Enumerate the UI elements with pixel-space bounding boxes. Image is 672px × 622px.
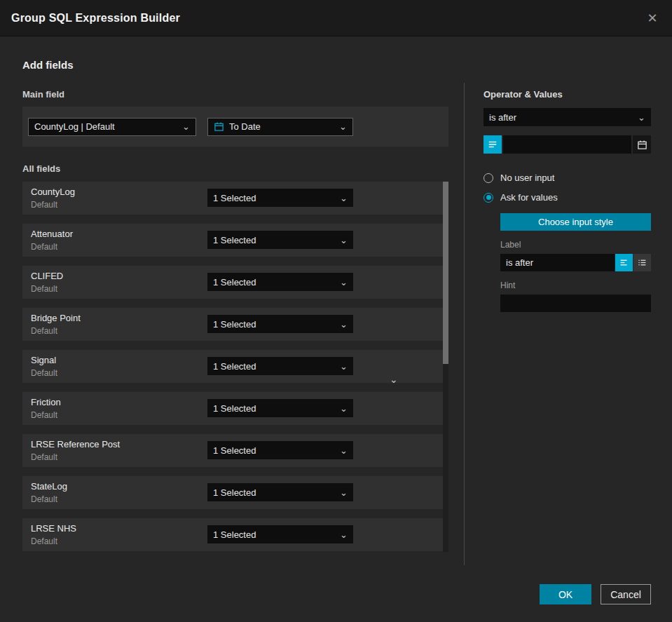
radio-ask-for-values[interactable]: Ask for values bbox=[484, 192, 651, 203]
field-selected-dropdown[interactable]: 1 Selected ⌄ bbox=[207, 273, 353, 291]
group-sql-expression-builder-dialog: Group SQL Expression Builder ✕ Add field… bbox=[0, 0, 672, 622]
field-row: Signal Default 1 Selected ⌄ bbox=[22, 350, 448, 383]
chevron-down-icon: ⌄ bbox=[336, 320, 348, 329]
field-subtitle: Default bbox=[31, 494, 67, 504]
scroll-down-icon[interactable]: ⌄ bbox=[390, 374, 398, 385]
field-row: Bridge Point Default 1 Selected ⌄ bbox=[22, 308, 448, 341]
field-selected-dropdown-label: 1 Selected bbox=[213, 235, 256, 245]
operator-dropdown[interactable]: is after ⌄ bbox=[484, 108, 651, 126]
field-row-texts: LRSE Reference Post Default bbox=[31, 439, 120, 462]
scrollbar-thumb[interactable] bbox=[443, 182, 448, 364]
operator-values-panel: Operator & Values is after ⌄ bbox=[484, 89, 651, 312]
value-input-row bbox=[484, 135, 651, 154]
chevron-down-icon: ⌄ bbox=[336, 278, 348, 287]
hint-label: Hint bbox=[500, 280, 651, 290]
calendar-icon bbox=[637, 140, 647, 150]
field-selected-dropdown[interactable]: 1 Selected ⌄ bbox=[207, 357, 353, 375]
field-selected-dropdown[interactable]: 1 Selected ⌄ bbox=[207, 441, 353, 459]
calendar-icon bbox=[214, 121, 224, 132]
field-selected-dropdown-label: 1 Selected bbox=[213, 529, 256, 540]
chevron-down-icon: ⌄ bbox=[178, 122, 190, 131]
operator-values-heading: Operator & Values bbox=[484, 89, 651, 100]
field-row-texts: CLIFED Default bbox=[31, 271, 63, 294]
field-subtitle: Default bbox=[31, 536, 76, 546]
chevron-down-icon: ⌄ bbox=[336, 530, 348, 539]
field-row-texts: Bridge Point Default bbox=[31, 313, 81, 336]
to-date-dropdown-label: To Date bbox=[229, 121, 261, 132]
field-subtitle: Default bbox=[31, 368, 57, 378]
chevron-down-icon: ⌄ bbox=[336, 194, 348, 203]
choose-input-style-button[interactable]: Choose input style bbox=[500, 213, 651, 231]
set-values-list-button[interactable] bbox=[484, 135, 502, 154]
field-subtitle: Default bbox=[31, 326, 81, 336]
main-field-label: Main field bbox=[22, 89, 64, 100]
field-row: LRSE NHS Default 1 Selected ⌄ bbox=[22, 518, 448, 551]
label-input-row bbox=[500, 254, 651, 271]
field-name: CLIFED bbox=[31, 271, 63, 281]
list-value-style-button[interactable] bbox=[633, 254, 651, 271]
date-picker-button[interactable] bbox=[633, 135, 651, 154]
column-divider bbox=[464, 83, 465, 565]
all-fields-label: All fields bbox=[22, 163, 60, 174]
field-row: CLIFED Default 1 Selected ⌄ bbox=[22, 266, 448, 299]
field-selected-dropdown-label: 1 Selected bbox=[213, 403, 256, 414]
field-row: LRSE Reference Post Default 1 Selected ⌄ bbox=[22, 434, 448, 467]
radio-selected-icon bbox=[484, 193, 493, 203]
field-row: CountyLog Default 1 Selected ⌄ bbox=[22, 182, 448, 215]
radio-no-user-input[interactable]: No user input bbox=[484, 173, 651, 183]
field-row: Friction Default 1 Selected ⌄ bbox=[22, 392, 448, 425]
cancel-button[interactable]: Cancel bbox=[601, 584, 651, 604]
value-input[interactable] bbox=[503, 135, 631, 154]
field-selected-dropdown[interactable]: 1 Selected ⌄ bbox=[207, 525, 353, 543]
field-row-texts: Signal Default bbox=[31, 355, 57, 378]
field-row-texts: CountyLog Default bbox=[31, 187, 75, 210]
field-selected-dropdown[interactable]: 1 Selected ⌄ bbox=[207, 231, 353, 249]
field-selected-dropdown[interactable]: 1 Selected ⌄ bbox=[207, 483, 353, 501]
main-field-panel: CountyLog | Default ⌄ To Date ⌄ bbox=[22, 107, 448, 147]
main-field-dropdown-label: CountyLog | Default bbox=[34, 121, 115, 132]
field-subtitle: Default bbox=[31, 452, 120, 462]
label-input[interactable] bbox=[500, 254, 615, 271]
list-icon bbox=[488, 140, 498, 149]
field-selected-dropdown-label: 1 Selected bbox=[213, 319, 256, 330]
label-label: Label bbox=[500, 240, 651, 250]
main-field-dropdown[interactable]: CountyLog | Default ⌄ bbox=[28, 118, 196, 136]
field-row-texts: StateLog Default bbox=[31, 481, 67, 504]
chevron-down-icon: ⌄ bbox=[336, 362, 348, 371]
chevron-down-icon: ⌄ bbox=[336, 236, 348, 245]
dialog-header: Group SQL Expression Builder ✕ bbox=[0, 0, 672, 36]
to-date-dropdown[interactable]: To Date ⌄ bbox=[207, 118, 353, 136]
add-fields-heading: Add fields bbox=[22, 59, 74, 71]
field-selected-dropdown-label: 1 Selected bbox=[213, 487, 256, 498]
field-row-texts: Friction Default bbox=[31, 397, 61, 420]
chevron-down-icon: ⌄ bbox=[336, 404, 348, 413]
single-value-style-button[interactable] bbox=[615, 254, 633, 271]
ok-button[interactable]: OK bbox=[540, 584, 591, 604]
field-selected-dropdown-label: 1 Selected bbox=[213, 193, 256, 203]
operator-dropdown-label: is after bbox=[489, 112, 516, 123]
field-row-texts: Attenuator Default bbox=[31, 229, 73, 252]
field-selected-dropdown[interactable]: 1 Selected ⌄ bbox=[207, 399, 353, 417]
all-fields-list: CountyLog Default 1 Selected ⌄ Attenuato… bbox=[22, 182, 448, 560]
field-subtitle: Default bbox=[31, 410, 61, 420]
field-selected-dropdown-label: 1 Selected bbox=[213, 445, 256, 456]
chevron-down-icon: ⌄ bbox=[633, 113, 645, 122]
field-row: StateLog Default 1 Selected ⌄ bbox=[22, 476, 448, 509]
field-name: StateLog bbox=[31, 481, 67, 492]
chevron-down-icon: ⌄ bbox=[335, 122, 347, 131]
field-subtitle: Default bbox=[31, 284, 63, 294]
hint-input[interactable] bbox=[500, 295, 651, 312]
close-icon[interactable]: ✕ bbox=[644, 10, 661, 27]
field-name: Friction bbox=[31, 397, 61, 407]
chevron-down-icon: ⌄ bbox=[336, 488, 348, 497]
field-row-texts: LRSE NHS Default bbox=[31, 523, 76, 546]
radio-icon bbox=[484, 173, 493, 183]
field-name: LRSE NHS bbox=[31, 523, 76, 534]
radio-ask-for-values-label: Ask for values bbox=[500, 192, 558, 203]
field-name: LRSE Reference Post bbox=[31, 439, 120, 449]
field-subtitle: Default bbox=[31, 242, 73, 252]
field-selected-dropdown[interactable]: 1 Selected ⌄ bbox=[207, 189, 353, 207]
field-selected-dropdown[interactable]: 1 Selected ⌄ bbox=[207, 315, 353, 333]
scrollbar-track bbox=[443, 182, 448, 552]
field-name: Signal bbox=[31, 355, 57, 365]
